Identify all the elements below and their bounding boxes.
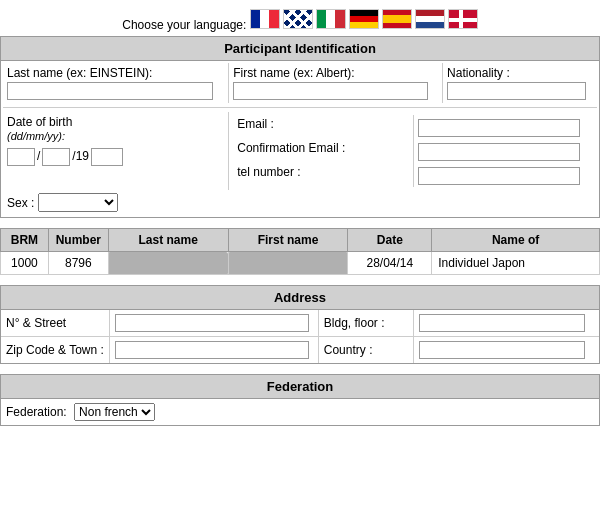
dob-day-input[interactable] — [7, 148, 35, 166]
brm-cell-firstname — [228, 252, 348, 275]
bldg-input[interactable] — [419, 314, 586, 332]
last-name-label: Last name (ex: EINSTEIN): — [7, 66, 152, 80]
brm-col-nameof: Name of — [432, 229, 600, 252]
street-label: N° & Street — [6, 316, 66, 330]
flag-es[interactable] — [382, 9, 412, 29]
brm-cell-number: 8796 — [48, 252, 108, 275]
flag-de[interactable] — [349, 9, 379, 29]
street-input[interactable] — [115, 314, 309, 332]
nationality-input[interactable] — [447, 82, 586, 100]
dob-label: Date of birth — [7, 115, 72, 129]
brm-cell-nameof: Individuel Japon — [432, 252, 600, 275]
flag-dk[interactable] — [448, 9, 478, 29]
federation-select[interactable]: Non french French — [74, 403, 155, 421]
participant-name-table: Last name (ex: EINSTEIN): First name (ex… — [3, 63, 597, 103]
email-label: Email : — [237, 117, 274, 131]
flag-nl[interactable] — [415, 9, 445, 29]
confirmation-email-input[interactable] — [418, 143, 581, 161]
brm-col-firstname: First name — [228, 229, 348, 252]
federation-section: Federation Federation: Non french French — [0, 374, 600, 426]
first-name-input[interactable] — [233, 82, 428, 100]
federation-header: Federation — [1, 375, 599, 399]
zip-label: Zip Code & Town : — [6, 343, 104, 357]
brm-table: BRM Number Last name First name Date Nam… — [0, 228, 600, 275]
confirmation-email-label: Confirmation Email : — [237, 141, 345, 155]
zip-input[interactable] — [115, 341, 309, 359]
table-row: 1000 8796 28/04/14 Individuel Japon — [1, 252, 600, 275]
address-section: Address N° & Street Bldg, floor : Zip Co… — [0, 285, 600, 364]
dob-sub-label: (dd/mm/yy): — [7, 130, 65, 142]
brm-cell-date: 28/04/14 — [348, 252, 432, 275]
brm-cell-brm: 1000 — [1, 252, 49, 275]
tel-input[interactable] — [418, 167, 581, 185]
dob-month-input[interactable] — [42, 148, 70, 166]
brm-col-date: Date — [348, 229, 432, 252]
participant-section: Participant Identification Last name (ex… — [0, 36, 600, 218]
bldg-label: Bldg, floor : — [324, 316, 385, 330]
tel-label: tel number : — [237, 165, 300, 179]
flag-uk[interactable] — [283, 9, 313, 29]
language-label: Choose your language: — [122, 18, 246, 32]
address-table: N° & Street Bldg, floor : Zip Code & Tow… — [1, 310, 599, 363]
dob-year-input[interactable] — [91, 148, 123, 166]
brm-col-lastname: Last name — [108, 229, 228, 252]
country-label: Country : — [324, 343, 373, 357]
flag-container — [250, 9, 478, 29]
flag-fr[interactable] — [250, 9, 280, 29]
brm-cell-lastname — [108, 252, 228, 275]
last-name-input[interactable] — [7, 82, 213, 100]
brm-col-brm: BRM — [1, 229, 49, 252]
flag-it[interactable] — [316, 9, 346, 29]
email-input[interactable] — [418, 119, 581, 137]
language-section: Choose your language: — [0, 0, 600, 36]
participant-header: Participant Identification — [1, 37, 599, 61]
dob-sep2: /19 — [72, 149, 89, 163]
dob-sep1: / — [37, 149, 40, 163]
first-name-label: First name (ex: Albert): — [233, 66, 354, 80]
address-header: Address — [1, 286, 599, 310]
sex-label: Sex : — [7, 196, 34, 210]
federation-label: Federation: — [6, 405, 67, 419]
sex-select[interactable]: M F — [38, 193, 118, 212]
federation-table: Federation: Non french French — [1, 399, 599, 425]
participant-details-table: Date of birth (dd/mm/yy): / /19 — [3, 112, 597, 215]
nationality-label: Nationality : — [447, 66, 510, 80]
country-input[interactable] — [419, 341, 586, 359]
brm-col-number: Number — [48, 229, 108, 252]
